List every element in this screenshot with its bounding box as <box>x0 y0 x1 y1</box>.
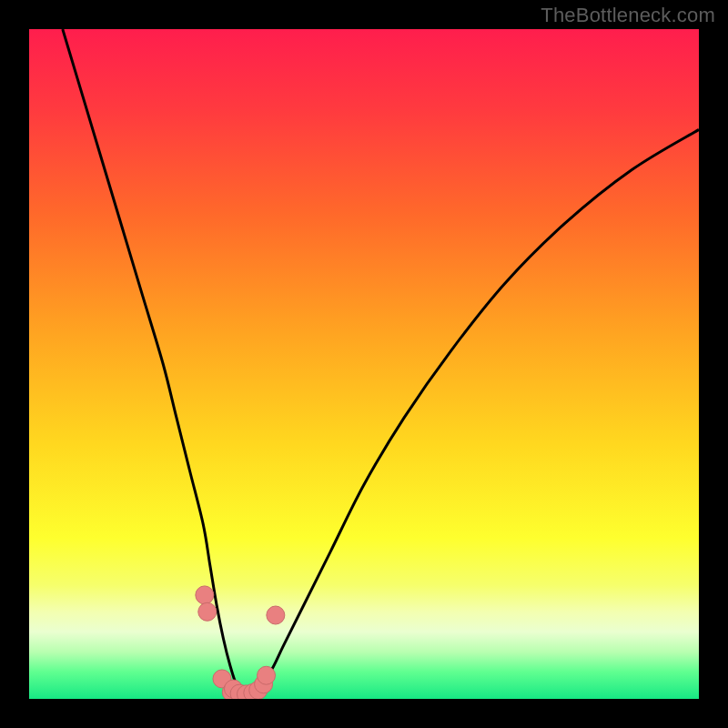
curve-layer <box>29 29 699 699</box>
marker-dot <box>258 666 276 684</box>
marker-dot <box>198 602 217 621</box>
highlight-dots <box>196 586 285 699</box>
marker-dot <box>196 586 214 604</box>
plot-area <box>29 29 699 699</box>
watermark: TheBottleneck.com <box>541 4 715 27</box>
chart-frame: TheBottleneck.com <box>0 0 728 728</box>
marker-dot <box>267 606 285 624</box>
bottleneck-curve <box>63 29 699 693</box>
